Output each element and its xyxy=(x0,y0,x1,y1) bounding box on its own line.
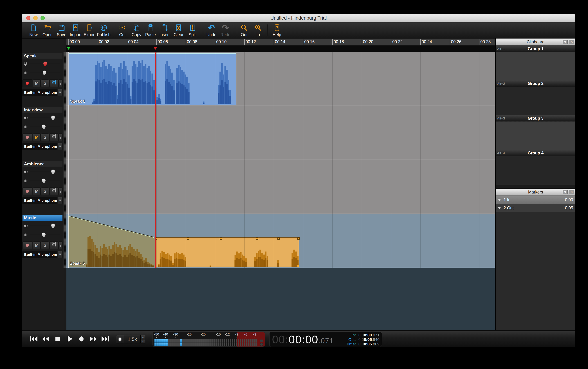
envelope-handle[interactable] xyxy=(256,237,258,240)
envelope-handle[interactable] xyxy=(298,237,300,240)
clipboard-group-header[interactable]: Alt+2Group 2 xyxy=(496,81,575,87)
rewind-button[interactable] xyxy=(41,334,51,345)
clipboard-group-header[interactable]: Alt+1Group 1 xyxy=(496,46,575,52)
audio-clip-music-main[interactable] xyxy=(156,237,299,267)
volume-slider-handle[interactable] xyxy=(51,169,55,174)
track-eq-button[interactable] xyxy=(50,187,58,195)
toolbar-undo-button[interactable]: ↶Undo xyxy=(204,23,218,38)
clip-indicator-right[interactable] xyxy=(260,343,263,346)
clipboard-group-header[interactable]: Alt+4Group 4 xyxy=(496,150,575,156)
skip-end-button[interactable] xyxy=(100,334,110,345)
audio-clip-music-fade[interactable]: Speak 6 xyxy=(68,215,156,267)
marker-expand-icon[interactable] xyxy=(498,199,501,201)
toolbar-out-button[interactable]: Out xyxy=(237,23,251,38)
toolbar-copy-button[interactable]: Copy xyxy=(129,23,144,38)
envelope-handle[interactable] xyxy=(220,237,222,240)
track-solo-button[interactable]: S xyxy=(41,241,49,249)
track-lane-speak[interactable]: Speak 6 xyxy=(66,52,495,106)
speed-down-button[interactable]: ▼ xyxy=(141,339,145,343)
track-input-select[interactable]: Built-in Microphone xyxy=(22,197,57,204)
skip-start-button[interactable] xyxy=(29,334,39,345)
track-name[interactable]: Speak xyxy=(22,53,62,59)
track-input-dropdown-arrow[interactable]: ▼ xyxy=(58,251,62,258)
track-input-select[interactable]: Built-in Microphone xyxy=(22,89,57,96)
fast-forward-button[interactable] xyxy=(88,334,98,345)
toolbar-paste-button[interactable]: Paste xyxy=(144,23,157,38)
playhead-marker-icon[interactable] xyxy=(153,47,157,50)
track-options-button[interactable]: ▼ xyxy=(59,241,62,249)
clipboard-group-body[interactable] xyxy=(496,122,575,150)
marker-row-out[interactable]: 2 Out0:05 xyxy=(496,204,575,212)
record-button[interactable] xyxy=(76,334,87,345)
stop-button[interactable] xyxy=(52,334,63,345)
track-eq-button[interactable] xyxy=(50,241,58,249)
track-record-button[interactable] xyxy=(22,241,32,249)
volume-slider-handle[interactable] xyxy=(51,115,55,120)
clipboard-group-header[interactable]: Alt+3Group 3 xyxy=(496,115,575,122)
toolbar-publish-button[interactable]: Publish xyxy=(97,23,111,38)
marker-expand-icon[interactable] xyxy=(498,207,501,209)
track-mute-button[interactable]: M xyxy=(33,241,41,249)
track-options-button[interactable]: ▼ xyxy=(59,133,62,141)
toolbar-clear-button[interactable]: Clear xyxy=(172,23,186,38)
track-mute-button[interactable]: M xyxy=(33,187,41,195)
clip-indicator-left[interactable] xyxy=(260,339,263,342)
track-solo-button[interactable]: S xyxy=(41,187,49,195)
toolbar-open-button[interactable]: Open xyxy=(41,23,54,38)
playhead-line[interactable] xyxy=(155,52,156,268)
track-mute-button[interactable]: M xyxy=(33,133,41,141)
toolbar-save-button[interactable]: Save xyxy=(54,23,69,38)
pin-icon[interactable]: ▼ xyxy=(563,40,568,44)
clipboard-group-body[interactable] xyxy=(496,156,575,185)
track-record-button[interactable] xyxy=(22,133,32,141)
track-name[interactable]: Music xyxy=(22,215,62,221)
toolbar-help-button[interactable]: ?Help xyxy=(270,23,284,38)
toolbar-new-button[interactable]: New xyxy=(26,23,41,38)
marker-row-in[interactable]: 1 In0:00 xyxy=(496,196,575,204)
envelope-handle[interactable] xyxy=(187,237,189,240)
track-options-button[interactable]: ▼ xyxy=(59,187,62,195)
pan-slider-handle[interactable] xyxy=(42,124,46,129)
speed-value[interactable]: 1.5x xyxy=(124,335,141,343)
pin-icon[interactable]: ▼ xyxy=(563,190,568,195)
toolbar-redo-button[interactable]: ↷Redo xyxy=(218,23,232,38)
toolbar-cut-button[interactable]: ✂Cut xyxy=(115,23,129,38)
envelope-handle[interactable] xyxy=(278,237,280,240)
track-options-button[interactable]: ▼ xyxy=(59,79,62,87)
speed-dot-button[interactable] xyxy=(116,335,124,343)
track-solo-button[interactable]: S xyxy=(41,79,49,87)
close-icon[interactable]: ✕ xyxy=(569,40,574,44)
marker-strip[interactable] xyxy=(66,46,495,52)
track-resize-strip[interactable] xyxy=(63,52,66,268)
clipboard-group-body[interactable] xyxy=(496,52,575,81)
clipboard-group-body[interactable] xyxy=(496,87,575,115)
track-eq-button[interactable] xyxy=(50,79,58,87)
track-name[interactable]: Ambience xyxy=(22,161,62,167)
in-marker-icon[interactable] xyxy=(67,47,71,50)
track-lane-music[interactable]: Speak 6 xyxy=(66,214,495,268)
track-solo-button[interactable]: S xyxy=(41,133,49,141)
audio-clip-speak[interactable]: Speak 6 xyxy=(68,52,236,105)
track-input-select[interactable]: Built-in Microphone xyxy=(22,143,57,150)
track-name[interactable]: Interview xyxy=(22,107,62,113)
pan-slider-handle[interactable] xyxy=(42,70,46,75)
pan-slider-handle[interactable] xyxy=(42,178,46,183)
toolbar-insert-button[interactable]: Insert xyxy=(157,23,172,38)
track-input-dropdown-arrow[interactable]: ▼ xyxy=(58,89,62,96)
track-record-button[interactable] xyxy=(22,79,32,87)
fade-envelope-line[interactable] xyxy=(68,215,156,267)
track-input-dropdown-arrow[interactable]: ▼ xyxy=(58,143,62,150)
timeline-ruler[interactable]: 00:0000:0200:0400:0600:0800:1000:1200:14… xyxy=(66,39,495,46)
track-lane-interview[interactable] xyxy=(66,106,495,160)
toolbar-export-button[interactable]: Export xyxy=(83,23,97,38)
toolbar-import-button[interactable]: Import xyxy=(69,23,83,38)
toolbar-split-button[interactable]: Split xyxy=(186,23,200,38)
toolbar-in-button[interactable]: In xyxy=(251,23,265,38)
track-lane-ambience[interactable] xyxy=(66,160,495,214)
track-input-select[interactable]: Built-in Microphone xyxy=(22,251,57,258)
track-mute-button[interactable]: M xyxy=(33,79,41,87)
speed-up-button[interactable]: ▲ xyxy=(141,335,145,339)
track-record-button[interactable] xyxy=(22,187,32,195)
play-button[interactable] xyxy=(64,334,75,345)
close-icon[interactable]: ✕ xyxy=(569,190,574,195)
